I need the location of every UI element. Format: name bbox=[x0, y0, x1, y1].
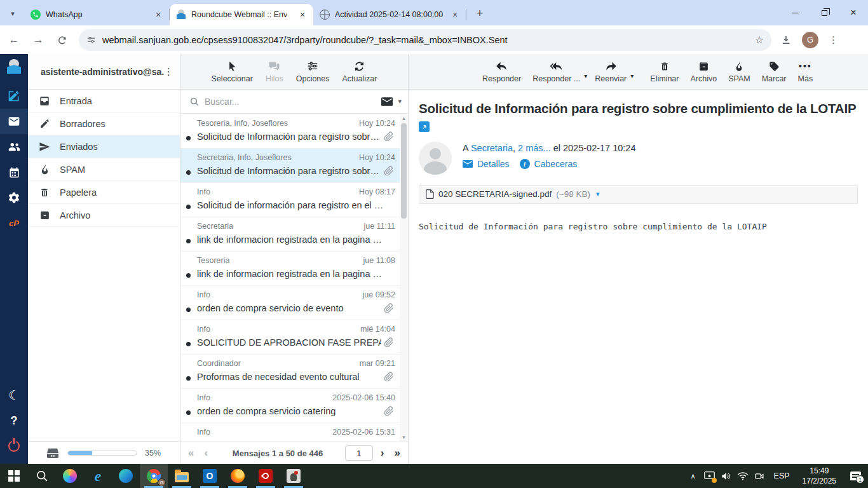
start-button[interactable] bbox=[0, 464, 28, 488]
list-item[interactable]: Infomié 14:04 SOLICITUD DE APROBACION FA… bbox=[180, 320, 400, 355]
dark-mode-button[interactable]: ☾ bbox=[0, 383, 28, 408]
forward-button[interactable]: → bbox=[28, 30, 48, 50]
acrobat-button[interactable] bbox=[252, 464, 280, 488]
tab-roundcube-active[interactable]: Roundcube Webmail :: Enviados × bbox=[170, 4, 313, 25]
wifi-icon[interactable] bbox=[735, 464, 751, 488]
mark-button[interactable]: Marcar bbox=[757, 57, 792, 86]
profile-avatar[interactable]: G bbox=[802, 32, 818, 48]
list-item[interactable]: Coordinadormar 09:21 Proformas de necesi… bbox=[180, 355, 400, 389]
chrome-button[interactable]: G bbox=[140, 464, 168, 488]
open-in-new-window-button[interactable] bbox=[419, 121, 430, 132]
refresh-button[interactable]: Actualizar bbox=[337, 57, 383, 86]
reload-button[interactable] bbox=[52, 30, 72, 50]
outlook-button[interactable]: O bbox=[196, 464, 224, 488]
new-tab-button[interactable]: + bbox=[471, 5, 488, 22]
meet-now-icon[interactable] bbox=[751, 464, 768, 488]
tab-actividad[interactable]: Actividad 2025-02-14 08:00:00 × bbox=[313, 4, 466, 25]
minimize-button[interactable] bbox=[780, 0, 810, 25]
rail-mail-button[interactable] bbox=[0, 109, 28, 134]
more-recipients-link[interactable]: 2 más... bbox=[518, 143, 551, 153]
last-page-button[interactable]: » bbox=[392, 447, 403, 459]
reply-button[interactable]: Responder bbox=[477, 57, 526, 86]
browser-menu-icon[interactable]: ⋮ bbox=[829, 34, 838, 46]
list-item[interactable]: Info2025-02-06 15:40 orden de compra ser… bbox=[180, 389, 400, 423]
edge-button[interactable] bbox=[112, 464, 140, 488]
search-input[interactable] bbox=[205, 97, 376, 107]
logout-button[interactable] bbox=[0, 433, 28, 459]
details-toggle[interactable]: Detalles bbox=[463, 159, 510, 169]
file-explorer-button[interactable] bbox=[168, 464, 196, 488]
taskbar-search-button[interactable] bbox=[28, 464, 56, 488]
compose-button[interactable] bbox=[0, 83, 28, 109]
reply-all-button[interactable]: Responder ... bbox=[527, 57, 585, 86]
scroll-down-icon[interactable]: ▼ bbox=[400, 433, 408, 442]
list-item-selected[interactable]: Secretaria, Info, JosefloresHoy 10:24 So… bbox=[180, 149, 400, 183]
list-item[interactable]: Infojue 09:52 orden de compra servicio d… bbox=[180, 286, 400, 320]
rail-contacts-button[interactable] bbox=[0, 134, 28, 159]
rail-settings-button[interactable] bbox=[0, 185, 28, 210]
list-item[interactable]: Secretariajue 11:11 link de informacion … bbox=[180, 217, 400, 252]
url-bar[interactable]: webmail.sanjuan.gob.ec/cpsess9100832047/… bbox=[79, 29, 771, 51]
delete-button[interactable]: Eliminar bbox=[645, 57, 684, 86]
options-button[interactable]: Opciones bbox=[291, 57, 335, 86]
cpanel-button[interactable]: cP bbox=[0, 210, 28, 236]
tab-whatsapp[interactable]: WhatsApp × bbox=[24, 4, 169, 25]
list-scrollbar[interactable]: ▲ ▼ bbox=[400, 114, 408, 442]
scrollbar-thumb[interactable] bbox=[401, 123, 407, 219]
search-scope-mail-icon[interactable] bbox=[381, 97, 393, 106]
back-button[interactable]: ← bbox=[4, 30, 24, 50]
list-item[interactable]: Tesoreriajue 11:08 link de informacion r… bbox=[180, 252, 400, 286]
attachment-menu-icon[interactable]: ▾ bbox=[596, 190, 600, 198]
archive-button[interactable]: Archivo bbox=[685, 57, 722, 86]
action-center-button[interactable]: 1 bbox=[843, 464, 868, 488]
list-item[interactable]: Info2025-02-06 15:31 bbox=[180, 423, 400, 442]
prev-page-button[interactable]: ‹ bbox=[201, 447, 210, 459]
screen-share-icon[interactable] bbox=[702, 464, 718, 488]
spam-button[interactable]: SPAM bbox=[723, 57, 756, 86]
restore-button[interactable] bbox=[810, 0, 839, 25]
sidebar-item-borradores[interactable]: Borradores bbox=[28, 112, 180, 135]
attachment-name[interactable]: 020 SECRETARIA-signed.pdf bbox=[438, 189, 552, 199]
list-item[interactable]: Tesoreria, Info, JosefloresHoy 10:24 Sol… bbox=[180, 114, 400, 149]
recipient-link[interactable]: Secretaria bbox=[471, 143, 513, 153]
tab-close-icon[interactable]: × bbox=[449, 9, 461, 20]
internet-explorer-button[interactable]: e bbox=[84, 464, 112, 488]
threads-button[interactable]: Hilos bbox=[261, 57, 288, 86]
bookmark-star-icon[interactable]: ☆ bbox=[755, 34, 764, 46]
url-text[interactable]: webmail.sanjuan.gob.ec/cpsess9100832047/… bbox=[102, 35, 750, 45]
page-number-input[interactable] bbox=[345, 445, 373, 461]
headers-toggle[interactable]: i Cabeceras bbox=[520, 159, 578, 169]
firefox-button[interactable] bbox=[224, 464, 252, 488]
sidebar-item-archivo[interactable]: Archivo bbox=[28, 204, 180, 227]
tab-close-icon[interactable]: × bbox=[153, 9, 164, 20]
attachment-row[interactable]: 020 SECRETARIA-signed.pdf (~98 KB) ▾ bbox=[419, 185, 858, 204]
search-options-chevron-icon[interactable]: ▾ bbox=[398, 97, 402, 105]
forward-button[interactable]: Reenviar bbox=[590, 57, 632, 86]
rail-calendar-button[interactable] bbox=[0, 159, 28, 185]
volume-icon[interactable] bbox=[718, 464, 735, 488]
site-settings-icon[interactable] bbox=[86, 35, 96, 44]
reply-all-menu-icon[interactable]: ▾ bbox=[584, 72, 587, 79]
help-button[interactable]: ? bbox=[0, 408, 28, 433]
scroll-up-icon[interactable]: ▲ bbox=[400, 114, 408, 123]
tab-search-button[interactable]: ▾ bbox=[4, 4, 22, 22]
java-app-button[interactable] bbox=[280, 464, 308, 488]
sidebar-item-papelera[interactable]: Papelera bbox=[28, 181, 180, 204]
clock[interactable]: 15:49 17/2/2025 bbox=[796, 466, 843, 486]
tray-expand-chevron[interactable]: ∧ bbox=[685, 464, 702, 488]
sidebar-item-enviados[interactable]: Enviados bbox=[28, 135, 180, 158]
next-page-button[interactable]: › bbox=[378, 447, 387, 459]
tab-close-icon[interactable]: × bbox=[297, 9, 308, 20]
list-item[interactable]: InfoHoy 08:17 Solicitud de información p… bbox=[180, 183, 400, 217]
language-indicator[interactable]: ESP bbox=[768, 471, 796, 480]
first-page-button[interactable]: « bbox=[186, 447, 196, 459]
forward-menu-icon[interactable]: ▾ bbox=[630, 72, 634, 79]
more-button[interactable]: ••• Más bbox=[793, 57, 818, 86]
sidebar-item-spam[interactable]: SPAM bbox=[28, 158, 180, 181]
copilot-button[interactable] bbox=[56, 464, 84, 488]
select-button[interactable]: Seleccionar bbox=[207, 57, 258, 86]
close-button[interactable]: × bbox=[839, 0, 868, 25]
sidebar-item-entrada[interactable]: Entrada bbox=[28, 90, 180, 112]
account-menu-icon[interactable]: ⋮ bbox=[164, 66, 173, 78]
download-icon[interactable] bbox=[780, 34, 792, 46]
